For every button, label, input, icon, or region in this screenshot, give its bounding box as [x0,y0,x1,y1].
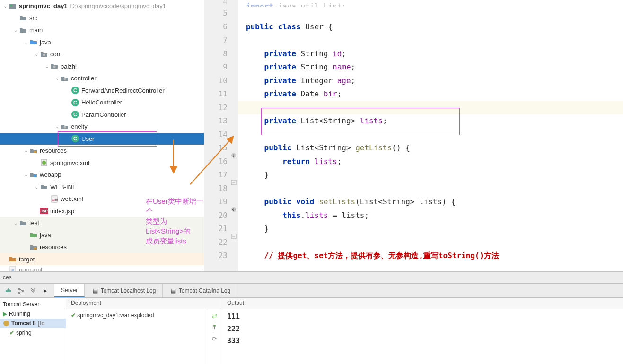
server-tomcat-node[interactable]: Tomcat 8[lo [0,319,66,328]
tree-item-src[interactable]: src [0,12,204,25]
output-console[interactable]: 111222333 [222,309,623,364]
tree-item-pom-xml[interactable]: mpom.xml [0,265,204,271]
line-number: 17 [204,168,228,182]
code-line[interactable]: return lists; [238,155,623,169]
line-number: 15 [204,141,228,155]
chevron-icon[interactable]: ⌄ [44,64,50,69]
code-line[interactable]: private String id; [238,47,623,61]
tree-item-label: springmvc_day1 [19,2,68,9]
tree-item-com[interactable]: ⌄com [0,48,204,61]
deploy-upload-icon[interactable]: ⤒ [211,323,219,331]
chevron-icon[interactable]: ⌄ [23,148,29,153]
chevron-icon[interactable]: ⌄ [23,40,29,45]
tree-item-label: test [29,219,39,226]
output-panel: Output 111222333 [222,298,623,364]
code-line[interactable] [238,7,623,20]
code-line[interactable] [238,182,623,196]
code-line[interactable]: private List<String> lists; [238,114,623,128]
line-number: 4 [204,0,228,7]
project-path: D:\springmvccode\springmvc_day1 [70,2,166,9]
svg-rect-1 [10,5,12,6]
run-tool-window: ces ▸ Server ▤ Tomcat Localhost Log ▤ To… [0,272,623,364]
code-line[interactable] [238,101,623,115]
tree-item-label: HelloController [81,99,122,106]
tree-item-java[interactable]: ⌄java [0,36,204,49]
code-line[interactable]: public List<String> getLists() { [238,141,623,155]
tab-tomcat-catalina-log[interactable]: ▤ Tomcat Catalina Log [163,284,237,297]
tree-item-label: controller [71,75,96,82]
tree-item-resources[interactable]: ⌄resources [0,145,204,157]
code-line[interactable]: public class User { [238,20,623,34]
chevron-icon[interactable]: ⌄ [2,3,9,9]
override-gutter-icon[interactable] [230,152,237,159]
code-line[interactable]: private String name; [238,61,623,74]
code-line[interactable] [238,34,623,47]
tree-item-index-jsp[interactable]: JSPindex.jsp [0,205,204,217]
tree-item-label: resources [40,243,67,251]
chevron-icon[interactable]: ⌄ [12,220,19,225]
code-line[interactable]: private Integer age; [238,74,623,88]
tab-tomcat-localhost-log[interactable]: ▤ Tomcat Localhost Log [85,284,163,297]
deployment-item[interactable]: ✔ springmvc_day1:war exploded [71,312,202,319]
tree-item-springmvc-day1[interactable]: ⌄springmvc_day1D:\springmvccode\springmv… [0,0,204,12]
tree-item-web-xml[interactable]: xmlweb.xml [0,193,204,205]
fold-gutter-icon[interactable] [230,233,237,240]
code-line[interactable]: public void setLists(List<String> lists)… [238,195,623,209]
tree-item-target[interactable]: target [0,253,204,266]
tree-item-resources[interactable]: resources [0,241,204,253]
tree-item-paramcontroller[interactable]: CParamController [0,109,204,121]
code-line[interactable]: } [238,222,623,236]
tree-item-main[interactable]: ⌄main [0,24,204,36]
tree-item-test[interactable]: ⌄test [0,217,204,229]
tree-item-hellocontroller[interactable]: CHelloController [0,96,204,109]
tab-server[interactable]: Server [54,284,85,297]
code-line[interactable] [238,128,623,142]
code-line[interactable] [238,236,623,250]
deployment-panel: Deployment ✔ springmvc_day1:war exploded… [66,298,222,364]
collapse-icon[interactable]: ▸ [42,287,49,295]
chevron-icon[interactable]: ⌄ [54,124,61,129]
tree-item-label: springmvc.xml [50,159,89,166]
line-number: 7 [204,34,228,47]
code-line[interactable]: // 提供get、set方法，提供有参、无参构造,重写toString()方法 [238,249,623,263]
tree-item-java[interactable]: java [0,229,204,242]
tree-item-forwardandredirectcontroller[interactable]: CForwardAndRedirectController [0,85,204,97]
refresh-icon[interactable]: ⟳ [211,335,219,342]
chevron-icon[interactable]: ⌄ [12,27,19,33]
tree-view-icon[interactable] [17,287,25,295]
code-line[interactable]: private Date bir; [238,87,623,101]
code-line[interactable]: import java.util.List; [238,0,623,7]
tree-item-label: webapp [40,171,61,178]
deploy-icon[interactable] [5,287,12,295]
override-gutter-icon[interactable] [230,206,237,213]
svg-rect-25 [18,292,20,294]
tree-item-baizhi[interactable]: ⌄baizhi [0,61,204,73]
check-icon: ✔ [71,312,76,319]
tree-item-web-inf[interactable]: ⌄WEB-INF [0,181,204,193]
code-editor[interactable]: 4567891011121314151617181920212223 impor… [204,0,623,271]
tree-item-webapp[interactable]: ⌄webapp [0,169,204,181]
server-running-node[interactable]: ▶ Running [0,309,66,319]
fold-gutter-icon[interactable] [230,179,237,186]
tree-item-user[interactable]: CUser [0,133,204,145]
chevron-icon[interactable]: ⌄ [54,76,61,81]
chevron-icon[interactable]: ⌄ [33,52,40,57]
deploy-arrow-icon[interactable]: ⇄ [211,312,219,320]
tree-item-controller[interactable]: ⌄controller [0,72,204,85]
code-line[interactable]: } [238,168,623,182]
server-tree-root[interactable]: Tomcat Server [0,300,66,309]
chevron-icon[interactable]: ⌄ [23,172,29,177]
server-artifact-node[interactable]: ✔ spring [0,328,66,338]
chevron-icon[interactable]: ⌄ [33,184,40,190]
svg-rect-24 [18,288,20,290]
line-number: 16 [204,155,228,169]
module-icon [9,2,17,10]
editor-code-area[interactable]: import java.util.List;public class User … [238,0,623,271]
code-line[interactable]: this.lists = lists; [238,209,623,223]
expand-icon[interactable] [29,287,37,295]
tree-item-eneity[interactable]: ⌄eneity [0,121,204,133]
tree-item-label: ForwardAndRedirectController [81,87,165,94]
editor-gutter: 4567891011121314151617181920212223 [204,0,238,271]
tree-item-springmvc-xml[interactable]: springmvc.xml [0,157,204,169]
svg-rect-26 [22,290,24,292]
